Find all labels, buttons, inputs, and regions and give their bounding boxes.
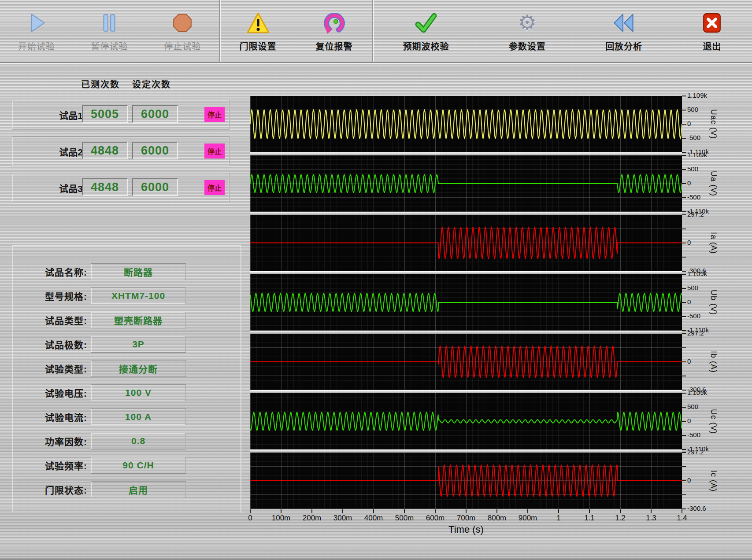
x-tick-label: 1.4 [667,514,697,523]
sample3-stop-button[interactable]: 停止 [204,180,225,195]
parameter-settings-label: 参数设置 [509,40,546,52]
exit-label: 退出 [703,40,721,52]
info-row-test-frequency: 试验频率: 90 C/H [12,457,241,474]
x-tick-label: 1.1 [574,514,605,523]
y-tick [682,228,686,229]
pause-icon [98,11,120,35]
y-tick [682,347,686,348]
y-tick [682,421,686,422]
y-tick-label: -1.110k [687,207,709,215]
rewind-icon [612,11,635,35]
y-tick-label: -500 [687,193,700,201]
y-tick-label: 0 [687,179,691,187]
stop-icon [171,11,193,35]
x-tick [373,509,374,513]
x-tick [435,509,436,513]
reset-alarm-button[interactable]: 复位报警 [316,11,353,52]
y-tick-label: 0 [687,239,691,246]
parameter-settings-button[interactable]: ⚙ 参数设置 [509,11,546,52]
y-tick [682,257,686,258]
y-tick [682,96,686,96]
waveform-ia [250,227,682,258]
chart-uc-plot [250,393,682,449]
chart-separator [250,449,682,453]
y-tick-label: -300.6 [687,505,706,512]
y-tick [682,466,686,467]
info-row-specimen-type: 试品类型: 塑壳断路器 [12,312,241,328]
y-tick-label: 0 [687,476,691,484]
axis-title-ub: Ub (V) [707,274,720,331]
x-tick [682,509,682,513]
test-voltage-label: 试验电压: [17,384,87,401]
test-frequency-label: 试验频率: [17,457,87,474]
x-tick-label: 600m [420,514,451,523]
threshold-settings-button[interactable]: 门限设置 [240,11,277,52]
expected-wave-check-button[interactable]: 预期波校验 [403,11,449,52]
y-tick-label: -500 [687,134,700,141]
test-current-value: 100 A [91,409,186,425]
specimen-name-label: 试品名称: [17,263,87,280]
y-tick [682,302,686,303]
start-test-button[interactable]: 开始试验 [18,11,55,52]
x-tick-label: 100m [266,514,296,523]
info-row-test-current: 试验电流: 100 A [12,409,241,425]
pole-count-label: 试品极数: [17,336,87,353]
waveform-uc [250,413,682,430]
play-icon [26,11,48,35]
power-factor-label: 功率因数: [17,433,87,449]
x-tick-label: 700m [451,514,482,523]
x-tick [404,509,405,513]
info-row-test-type: 试验类型: 接通分断 [12,360,241,377]
y-tick [682,449,686,450]
warning-icon [246,11,270,35]
y-tick [682,316,686,317]
chart-separator [250,212,682,215]
info-row-pole-count: 试品极数: 3P [12,336,241,353]
model-spec-label: 型号规格: [17,287,87,304]
exit-button[interactable]: 退出 [702,11,722,52]
axis-title-uac: Uac (V) [707,96,720,152]
y-tick-label: 1.109k [687,92,707,99]
chart-separator [250,331,682,334]
exit-icon [702,11,722,35]
x-tick-label: 1.2 [605,514,636,523]
y-tick [682,333,686,334]
y-tick-label: -1.110k [687,445,709,453]
y-tick-label: -300.6 [687,386,706,393]
sample3-name: 试品3 [39,173,83,203]
sample2-measured-count: 4848 [82,142,128,159]
x-tick [558,509,559,513]
x-tick-label: 500m [389,514,420,523]
check-icon [414,11,438,35]
y-tick-label: 0 [687,357,691,365]
y-tick [682,376,686,376]
y-tick-label: 297.2 [687,448,704,456]
pause-test-button[interactable]: 暂停试验 [91,11,128,52]
y-tick-label: -1.110k [687,148,709,155]
test-frequency-value: 90 C/H [91,457,186,474]
y-tick-label: 500 [687,284,698,291]
test-current-label: 试验电流: [17,409,87,425]
sample1-stop-button[interactable]: 停止 [204,107,225,122]
stop-test-button[interactable]: 停止试验 [164,11,201,52]
x-tick-label: 0 [235,514,266,523]
start-test-label: 开始试验 [18,40,55,52]
x-tick [311,509,312,513]
x-tick [620,509,621,513]
x-tick-label: 400m [358,514,389,523]
y-tick [682,330,686,331]
playback-analysis-button[interactable]: 回放分析 [605,11,642,52]
waveform-ib [250,346,682,377]
chart-ua-plot [250,155,682,212]
sample2-set-count: 6000 [132,142,178,159]
test-voltage-value: 100 V [91,384,186,401]
model-spec-value: XHTM7-100 [91,287,186,304]
y-tick [682,288,686,289]
chart-separator [250,390,682,393]
x-tick-label: 1 [543,514,574,523]
y-tick [682,197,686,198]
sample2-stop-button[interactable]: 停止 [204,144,225,158]
y-tick-label: 500 [687,403,698,410]
x-tick-label: 800m [482,514,512,523]
x-tick-label: 1.3 [636,514,667,523]
